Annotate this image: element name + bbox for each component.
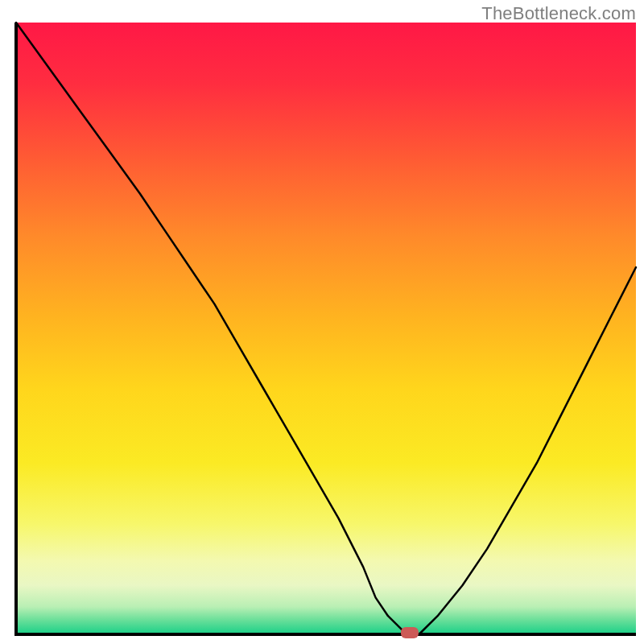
chart-container: TheBottleneck.com bbox=[0, 0, 644, 644]
bottleneck-chart bbox=[0, 0, 644, 644]
plot-background bbox=[16, 23, 636, 634]
watermark-text: TheBottleneck.com bbox=[481, 3, 636, 24]
optimum-marker bbox=[401, 627, 419, 638]
